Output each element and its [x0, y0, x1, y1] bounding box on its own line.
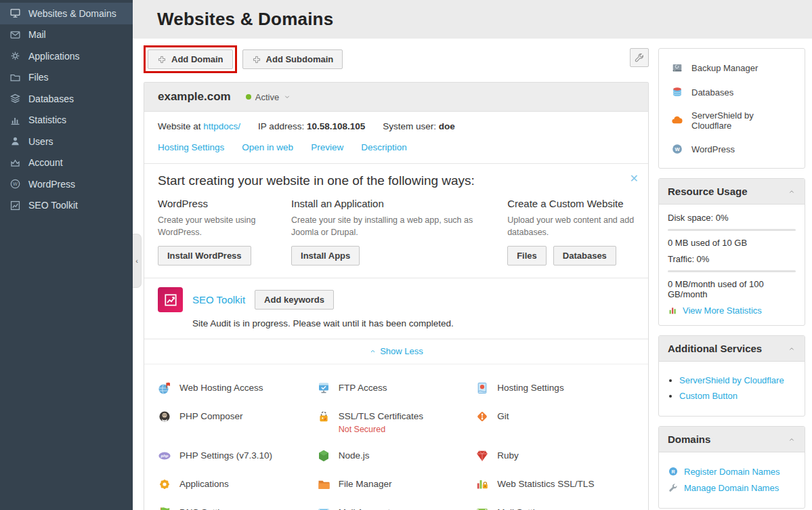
getting-started-promo: Start creating your website in one of th…: [144, 163, 648, 278]
svg-text:R: R: [671, 469, 675, 475]
feature-ftp-access[interactable]: FTP Access: [317, 374, 476, 402]
hosting-settings-link[interactable]: Hosting Settings: [158, 142, 224, 152]
add-keywords-button[interactable]: Add keywords: [255, 290, 334, 310]
feature-label: Git: [497, 410, 509, 421]
preview-link[interactable]: Preview: [311, 142, 343, 152]
show-less-link[interactable]: Show Less: [369, 346, 423, 356]
envelope-blue-icon: [317, 506, 330, 510]
content-area: Websites & Domains Add Domain Add Subdom…: [133, 0, 812, 510]
description-link[interactable]: Description: [361, 142, 407, 152]
view-more-statistics-link[interactable]: View More Statistics: [683, 305, 762, 316]
additional-services-title: Additional Services: [668, 343, 762, 354]
status-dot-icon: [246, 94, 251, 100]
httpdocs-link[interactable]: httpdocs/: [203, 121, 240, 131]
feature-file-manager[interactable]: File Manager: [317, 470, 476, 498]
feature-applications[interactable]: Applications: [158, 470, 317, 498]
sidebar-item-label: Account: [28, 157, 63, 168]
drive-icon: [671, 62, 683, 74]
collapse-chevron-icon[interactable]: [788, 188, 796, 196]
quicklink-backup-manager[interactable]: Backup Manager: [659, 56, 805, 80]
user-icon: [9, 135, 21, 147]
sidebar-collapse-handle[interactable]: ‹: [133, 234, 142, 288]
quicklink-wordpress[interactable]: WWordPress: [659, 137, 805, 161]
domain-info-row: Website at httpdocs/ IP address: 10.58.1…: [144, 112, 648, 134]
feature-node-js[interactable]: Node.js: [317, 442, 476, 470]
resource-usage-title: Resource Usage: [668, 186, 748, 197]
feature-ssl-tls-certificates[interactable]: SSL/TLS CertificatesNot Secured: [317, 402, 476, 442]
promo-option-title: Install an Application: [291, 198, 488, 209]
promo-title: Start creating your website in one of th…: [158, 173, 635, 188]
feature-ruby[interactable]: Ruby: [475, 442, 635, 470]
feature-web-statistics-ssl-tls[interactable]: Web Statistics SSL/TLS: [475, 470, 635, 498]
wrench-icon: [634, 52, 645, 63]
add-subdomain-button[interactable]: Add Subdomain: [242, 49, 343, 69]
sidebar-item-files[interactable]: Files: [0, 67, 133, 89]
promo-option-desc: Create your website using WordPress.: [158, 214, 272, 238]
custom-button-link[interactable]: Custom Button: [679, 391, 738, 401]
mini-chart-icon: [668, 305, 678, 316]
chevron-down-icon: [283, 93, 291, 101]
folder-icon: [9, 72, 21, 83]
files-button[interactable]: Files: [507, 246, 547, 265]
domain-name: example.com: [158, 90, 231, 104]
sidebar-item-seo-toolkit[interactable]: SEO Toolkit: [0, 195, 133, 217]
feature-dns-settings[interactable]: DNS Settings: [158, 498, 317, 510]
feature-label: Mail Settings: [497, 506, 549, 510]
feature-mail-settings[interactable]: Mail Settings: [475, 498, 635, 510]
feature-label: Node.js: [339, 449, 370, 461]
stats-lock-icon: [475, 477, 489, 491]
seo-toolkit-row: SEO Toolkit Add keywords Site Audit is i…: [144, 278, 648, 339]
ftp-icon: [317, 381, 330, 395]
promo-option-wordpress: WordPressCreate your website using WordP…: [158, 198, 272, 265]
chevron-up-icon: [369, 347, 377, 355]
feature-status-text: Not Secured: [339, 425, 423, 434]
quicklink-label: Backup Manager: [691, 63, 758, 73]
seo-status-text: Site Audit is in progress. Please wait u…: [192, 318, 635, 328]
feature-php-settings-v7-3-10[interactable]: phpPHP Settings (v7.3.10): [158, 442, 317, 470]
quicklink-servershield-by-cloudflare[interactable]: ServerShield by Cloudflare: [659, 104, 805, 137]
feature-php-composer[interactable]: PHP Composer: [158, 402, 317, 442]
domain-links-row: Hosting SettingsOpen in webPreviewDescri…: [144, 134, 648, 163]
sidebar-item-label: Databases: [28, 93, 74, 104]
seo-toolkit-link[interactable]: SEO Toolkit: [192, 294, 245, 305]
feature-mail-accounts[interactable]: Mail Accounts: [317, 498, 476, 510]
feature-web-hosting-access[interactable]: Web Hosting Access: [158, 374, 317, 402]
feature-git[interactable]: Git: [475, 402, 635, 442]
sidebar-item-databases[interactable]: Databases: [0, 88, 133, 110]
promo-option-desc: Create your site by installing a web app…: [291, 214, 488, 238]
disk-space-label: Disk space: 0%: [668, 213, 796, 223]
collapse-chevron-icon[interactable]: [788, 435, 796, 444]
domain-card: example.com Active Website at httpdocs/ …: [144, 82, 649, 510]
sidebar-item-wordpress[interactable]: WWordPress: [0, 173, 133, 195]
tools-wrench-button[interactable]: [630, 48, 649, 67]
manage-domain-names[interactable]: Manage Domain Names: [668, 482, 796, 493]
databases-button[interactable]: Databases: [553, 246, 616, 265]
domain-status-dropdown[interactable]: Active: [246, 92, 291, 102]
sidebar-item-applications[interactable]: Applications: [0, 45, 133, 67]
sidebar-item-label: WordPress: [28, 179, 75, 190]
gear-orange-icon: [158, 477, 171, 491]
install-wordpress-button[interactable]: Install WordPress: [158, 246, 251, 265]
sidebar-item-websites-domains[interactable]: Websites & Domains: [0, 3, 133, 24]
ssl-lock-icon: [317, 410, 330, 423]
quicklink-databases[interactable]: Databases: [659, 80, 805, 104]
servershield-by-cloudflare-link[interactable]: ServerShield by Cloudflare: [679, 375, 784, 385]
close-icon[interactable]: ✕: [630, 173, 639, 184]
add-domain-button[interactable]: Add Domain: [148, 49, 233, 69]
sidebar-item-users[interactable]: Users: [0, 131, 133, 152]
domains-link-label: Register Domain Names: [684, 467, 780, 477]
sidebar-item-account[interactable]: Account: [0, 152, 133, 174]
register-domain-names[interactable]: RRegister Domain Names: [668, 466, 796, 477]
feature-hosting-settings[interactable]: Hosting Settings: [475, 374, 635, 402]
sidebar-item-label: Mail: [28, 29, 46, 40]
wordpress-icon: W: [9, 178, 21, 190]
open-in-web-link[interactable]: Open in web: [242, 142, 293, 152]
quicklink-label: ServerShield by Cloudflare: [691, 110, 792, 131]
service-item: ServerShield by Cloudflare: [679, 375, 796, 385]
plus-icon: [157, 55, 167, 64]
collapse-chevron-icon[interactable]: [788, 345, 796, 353]
sidebar-item-mail[interactable]: Mail: [0, 24, 133, 46]
install-apps-button[interactable]: Install Apps: [291, 246, 360, 265]
gear-icon: [9, 50, 21, 62]
sidebar-item-statistics[interactable]: Statistics: [0, 110, 133, 131]
